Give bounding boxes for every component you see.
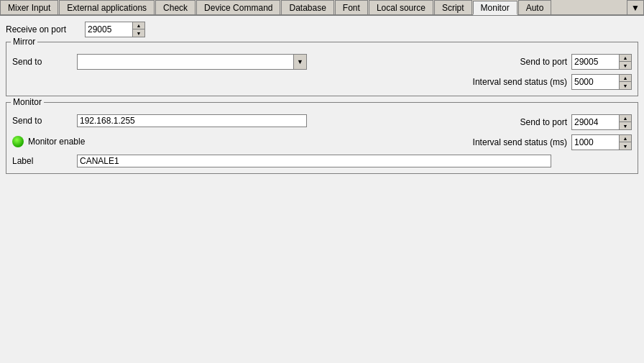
mirror-main-row: Send to ▼ Send to port ▲ ▼: [12, 54, 632, 90]
mirror-send-to-port-down[interactable]: ▼: [620, 62, 631, 69]
tab-local-source[interactable]: Local source: [369, 0, 433, 14]
mirror-send-to-port-label: Send to port: [520, 57, 567, 67]
monitor-interval-label: Interval send status (ms): [473, 137, 567, 147]
mirror-interval-down[interactable]: ▼: [620, 82, 631, 89]
tab-database[interactable]: Database: [281, 0, 334, 14]
monitor-interval-row: Interval send status (ms) ▲ ▼: [473, 134, 632, 150]
monitor-label-row: Label: [12, 155, 632, 167]
mirror-interval-up[interactable]: ▲: [620, 75, 631, 82]
mirror-interval-input[interactable]: [572, 75, 619, 89]
monitor-send-to-input[interactable]: [77, 114, 307, 127]
tab-device-command[interactable]: Device Command: [196, 0, 280, 14]
receive-on-port-label: Receive on port: [6, 24, 85, 35]
mirror-send-to-label: Send to: [12, 57, 77, 67]
monitor-send-to-label: Send to: [12, 116, 77, 126]
monitor-main-row: Send to Monitor enable Send to port ▲ ▼: [12, 114, 632, 150]
mirror-send-to-port-spinbox: ▲ ▼: [571, 54, 632, 70]
mirror-send-to-input[interactable]: [78, 56, 293, 68]
monitor-group: Monitor Send to Monitor enable Send to p…: [6, 102, 638, 174]
receive-on-port-row: Receive on port ▲ ▼: [6, 22, 638, 37]
monitor-send-to-port-up[interactable]: ▲: [620, 115, 631, 122]
mirror-interval-spinbox: ▲ ▼: [571, 74, 632, 90]
receive-on-port-spinbox: ▲ ▼: [85, 22, 145, 37]
tab-bar: Mixer Input External applications Check …: [0, 0, 644, 16]
monitor-enable-indicator[interactable]: [12, 136, 24, 147]
monitor-group-title: Monitor: [11, 97, 44, 107]
monitor-label-input[interactable]: [77, 155, 551, 167]
mirror-interval-row: Interval send status (ms) ▲ ▼: [473, 74, 632, 90]
monitor-interval-spinbox: ▲ ▼: [571, 134, 632, 150]
mirror-send-to-dropdown: ▼: [77, 54, 307, 70]
mirror-send-to-row: Send to ▼: [12, 54, 416, 70]
tab-auto[interactable]: Auto: [518, 0, 552, 14]
monitor-send-to-port-down[interactable]: ▼: [620, 122, 631, 129]
monitor-interval-up[interactable]: ▲: [620, 135, 631, 142]
tab-overflow-arrow[interactable]: ▼: [627, 0, 644, 14]
tab-external-applications[interactable]: External applications: [59, 0, 155, 14]
monitor-enable-label: Monitor enable: [28, 137, 85, 147]
tab-mixer-input[interactable]: Mixer Input: [0, 0, 58, 14]
monitor-interval-input[interactable]: [572, 135, 619, 150]
monitor-send-to-row: Send to: [12, 114, 416, 127]
receive-on-port-input[interactable]: [86, 22, 132, 37]
receive-on-port-down[interactable]: ▼: [133, 29, 144, 37]
mirror-send-to-arrow[interactable]: ▼: [293, 55, 306, 69]
monitor-send-to-port-label: Send to port: [520, 117, 567, 127]
receive-on-port-up[interactable]: ▲: [133, 22, 144, 29]
monitor-send-to-port-input[interactable]: [572, 115, 619, 129]
tab-monitor[interactable]: Monitor: [473, 1, 518, 15]
monitor-send-to-port-row: Send to port ▲ ▼: [520, 114, 632, 130]
monitor-label-label: Label: [12, 156, 77, 166]
tab-check[interactable]: Check: [155, 0, 196, 14]
mirror-send-to-port-up[interactable]: ▲: [620, 55, 631, 62]
mirror-group: Mirror Send to ▼ Send to port: [6, 42, 638, 96]
monitor-enable-row: Monitor enable: [12, 136, 416, 147]
monitor-interval-down[interactable]: ▼: [620, 142, 631, 150]
mirror-interval-label: Interval send status (ms): [473, 77, 567, 87]
mirror-send-to-port-row: Send to port ▲ ▼: [520, 54, 632, 70]
monitor-send-to-port-spinbox: ▲ ▼: [571, 114, 632, 130]
mirror-group-title: Mirror: [11, 37, 37, 47]
main-content: Receive on port ▲ ▼ Mirror Send to ▼: [0, 16, 644, 363]
tab-font[interactable]: Font: [335, 0, 368, 14]
mirror-send-to-port-input[interactable]: [572, 55, 619, 69]
tab-script[interactable]: Script: [434, 0, 472, 14]
